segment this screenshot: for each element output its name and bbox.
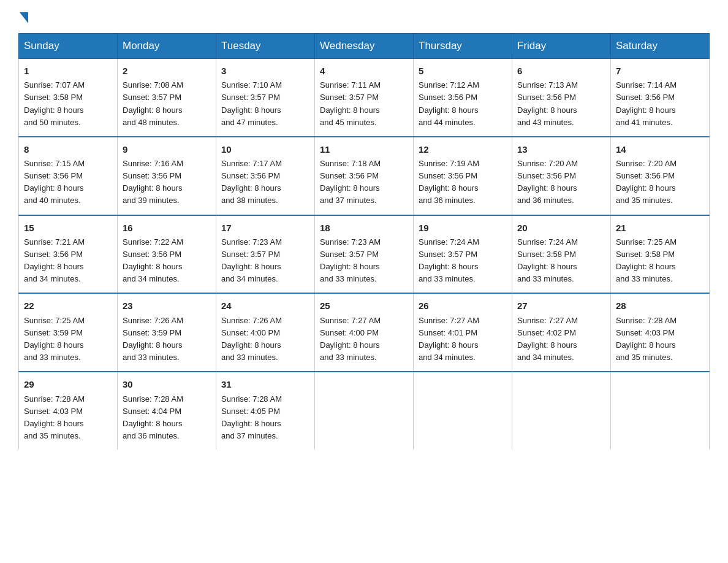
- day-number: 16: [123, 221, 211, 235]
- calendar-cell: 20Sunrise: 7:24 AMSunset: 3:58 PMDayligh…: [512, 215, 611, 294]
- day-number: 7: [616, 64, 704, 78]
- day-number: 29: [24, 377, 112, 391]
- calendar-cell: [315, 372, 414, 450]
- day-info: Sunrise: 7:25 AMSunset: 3:58 PMDaylight:…: [616, 236, 704, 286]
- header-cell-thursday: Thursday: [414, 34, 512, 59]
- calendar-table: SundayMondayTuesdayWednesdayThursdayFrid…: [18, 33, 710, 450]
- day-info: Sunrise: 7:12 AMSunset: 3:56 PMDaylight:…: [419, 79, 507, 129]
- calendar-cell: 1Sunrise: 7:07 AMSunset: 3:58 PMDaylight…: [19, 59, 118, 137]
- logo-arrow-icon: [20, 12, 28, 23]
- day-info: Sunrise: 7:23 AMSunset: 3:57 PMDaylight:…: [221, 236, 309, 286]
- calendar-cell: 18Sunrise: 7:23 AMSunset: 3:57 PMDayligh…: [315, 215, 414, 294]
- calendar-header-row: SundayMondayTuesdayWednesdayThursdayFrid…: [19, 34, 710, 59]
- calendar-cell: 12Sunrise: 7:19 AMSunset: 3:56 PMDayligh…: [414, 137, 512, 215]
- day-info: Sunrise: 7:22 AMSunset: 3:56 PMDaylight:…: [123, 236, 211, 286]
- day-number: 2: [123, 64, 211, 78]
- day-info: Sunrise: 7:10 AMSunset: 3:57 PMDaylight:…: [221, 79, 309, 129]
- calendar-cell: 30Sunrise: 7:28 AMSunset: 4:04 PMDayligh…: [118, 372, 216, 450]
- day-number: 22: [24, 299, 112, 313]
- calendar-cell: 28Sunrise: 7:28 AMSunset: 4:03 PMDayligh…: [611, 293, 710, 372]
- day-info: Sunrise: 7:21 AMSunset: 3:56 PMDaylight:…: [24, 236, 112, 286]
- day-number: 25: [320, 299, 408, 313]
- calendar-cell: 16Sunrise: 7:22 AMSunset: 3:56 PMDayligh…: [118, 215, 216, 294]
- day-info: Sunrise: 7:13 AMSunset: 3:56 PMDaylight:…: [517, 79, 605, 129]
- header-cell-tuesday: Tuesday: [216, 34, 315, 59]
- day-info: Sunrise: 7:23 AMSunset: 3:57 PMDaylight:…: [320, 236, 408, 286]
- day-info: Sunrise: 7:27 AMSunset: 4:00 PMDaylight:…: [320, 315, 408, 364]
- day-info: Sunrise: 7:28 AMSunset: 4:04 PMDaylight:…: [123, 393, 211, 443]
- day-number: 5: [419, 64, 507, 78]
- logo: [18, 12, 29, 23]
- day-number: 18: [320, 221, 408, 235]
- day-number: 9: [123, 142, 211, 156]
- day-info: Sunrise: 7:24 AMSunset: 3:58 PMDaylight:…: [517, 236, 605, 286]
- day-number: 10: [221, 142, 309, 156]
- header-cell-sunday: Sunday: [19, 34, 118, 59]
- day-number: 4: [320, 64, 408, 78]
- day-info: Sunrise: 7:20 AMSunset: 3:56 PMDaylight:…: [616, 158, 704, 207]
- day-number: 12: [419, 142, 507, 156]
- day-info: Sunrise: 7:27 AMSunset: 4:02 PMDaylight:…: [517, 315, 605, 364]
- calendar-cell: 23Sunrise: 7:26 AMSunset: 3:59 PMDayligh…: [118, 293, 216, 372]
- day-number: 15: [24, 221, 112, 235]
- header-cell-friday: Friday: [512, 34, 611, 59]
- calendar-cell: 25Sunrise: 7:27 AMSunset: 4:00 PMDayligh…: [315, 293, 414, 372]
- calendar-cell: 13Sunrise: 7:20 AMSunset: 3:56 PMDayligh…: [512, 137, 611, 215]
- day-info: Sunrise: 7:28 AMSunset: 4:05 PMDaylight:…: [221, 393, 309, 443]
- day-info: Sunrise: 7:07 AMSunset: 3:58 PMDaylight:…: [24, 79, 112, 129]
- calendar-cell: 31Sunrise: 7:28 AMSunset: 4:05 PMDayligh…: [216, 372, 315, 450]
- calendar-cell: 3Sunrise: 7:10 AMSunset: 3:57 PMDaylight…: [216, 59, 315, 137]
- calendar-cell: 19Sunrise: 7:24 AMSunset: 3:57 PMDayligh…: [414, 215, 512, 294]
- calendar-cell: 17Sunrise: 7:23 AMSunset: 3:57 PMDayligh…: [216, 215, 315, 294]
- calendar-cell: 14Sunrise: 7:20 AMSunset: 3:56 PMDayligh…: [611, 137, 710, 215]
- day-number: 8: [24, 142, 112, 156]
- calendar-cell: 4Sunrise: 7:11 AMSunset: 3:57 PMDaylight…: [315, 59, 414, 137]
- day-info: Sunrise: 7:15 AMSunset: 3:56 PMDaylight:…: [24, 158, 112, 207]
- day-info: Sunrise: 7:26 AMSunset: 3:59 PMDaylight:…: [123, 315, 211, 364]
- day-number: 11: [320, 142, 408, 156]
- calendar-cell: 10Sunrise: 7:17 AMSunset: 3:56 PMDayligh…: [216, 137, 315, 215]
- day-info: Sunrise: 7:25 AMSunset: 3:59 PMDaylight:…: [24, 315, 112, 364]
- day-number: 24: [221, 299, 309, 313]
- day-number: 3: [221, 64, 309, 78]
- calendar-cell: 6Sunrise: 7:13 AMSunset: 3:56 PMDaylight…: [512, 59, 611, 137]
- day-number: 17: [221, 221, 309, 235]
- day-info: Sunrise: 7:26 AMSunset: 4:00 PMDaylight:…: [221, 315, 309, 364]
- day-number: 19: [419, 221, 507, 235]
- calendar-cell: 27Sunrise: 7:27 AMSunset: 4:02 PMDayligh…: [512, 293, 611, 372]
- day-info: Sunrise: 7:14 AMSunset: 3:56 PMDaylight:…: [616, 79, 704, 129]
- day-number: 21: [616, 221, 704, 235]
- day-info: Sunrise: 7:19 AMSunset: 3:56 PMDaylight:…: [419, 158, 507, 207]
- page-header: [18, 12, 710, 23]
- day-info: Sunrise: 7:28 AMSunset: 4:03 PMDaylight:…: [616, 315, 704, 364]
- calendar-cell: [414, 372, 512, 450]
- day-info: Sunrise: 7:11 AMSunset: 3:57 PMDaylight:…: [320, 79, 408, 129]
- day-number: 27: [517, 299, 605, 313]
- day-number: 1: [24, 64, 112, 78]
- calendar-week-row: 29Sunrise: 7:28 AMSunset: 4:03 PMDayligh…: [19, 372, 710, 450]
- day-info: Sunrise: 7:08 AMSunset: 3:57 PMDaylight:…: [123, 79, 211, 129]
- calendar-cell: 24Sunrise: 7:26 AMSunset: 4:00 PMDayligh…: [216, 293, 315, 372]
- calendar-cell: 8Sunrise: 7:15 AMSunset: 3:56 PMDaylight…: [19, 137, 118, 215]
- calendar-cell: 7Sunrise: 7:14 AMSunset: 3:56 PMDaylight…: [611, 59, 710, 137]
- calendar-cell: 15Sunrise: 7:21 AMSunset: 3:56 PMDayligh…: [19, 215, 118, 294]
- day-info: Sunrise: 7:17 AMSunset: 3:56 PMDaylight:…: [221, 158, 309, 207]
- day-info: Sunrise: 7:24 AMSunset: 3:57 PMDaylight:…: [419, 236, 507, 286]
- day-number: 6: [517, 64, 605, 78]
- calendar-cell: 5Sunrise: 7:12 AMSunset: 3:56 PMDaylight…: [414, 59, 512, 137]
- calendar-cell: [611, 372, 710, 450]
- calendar-week-row: 15Sunrise: 7:21 AMSunset: 3:56 PMDayligh…: [19, 215, 710, 294]
- calendar-cell: 2Sunrise: 7:08 AMSunset: 3:57 PMDaylight…: [118, 59, 216, 137]
- calendar-cell: 29Sunrise: 7:28 AMSunset: 4:03 PMDayligh…: [19, 372, 118, 450]
- day-number: 20: [517, 221, 605, 235]
- calendar-cell: 26Sunrise: 7:27 AMSunset: 4:01 PMDayligh…: [414, 293, 512, 372]
- calendar-week-row: 22Sunrise: 7:25 AMSunset: 3:59 PMDayligh…: [19, 293, 710, 372]
- day-number: 13: [517, 142, 605, 156]
- header-cell-saturday: Saturday: [611, 34, 710, 59]
- calendar-cell: 22Sunrise: 7:25 AMSunset: 3:59 PMDayligh…: [19, 293, 118, 372]
- day-number: 31: [221, 377, 309, 391]
- calendar-cell: [512, 372, 611, 450]
- calendar-week-row: 8Sunrise: 7:15 AMSunset: 3:56 PMDaylight…: [19, 137, 710, 215]
- day-number: 30: [123, 377, 211, 391]
- day-info: Sunrise: 7:18 AMSunset: 3:56 PMDaylight:…: [320, 158, 408, 207]
